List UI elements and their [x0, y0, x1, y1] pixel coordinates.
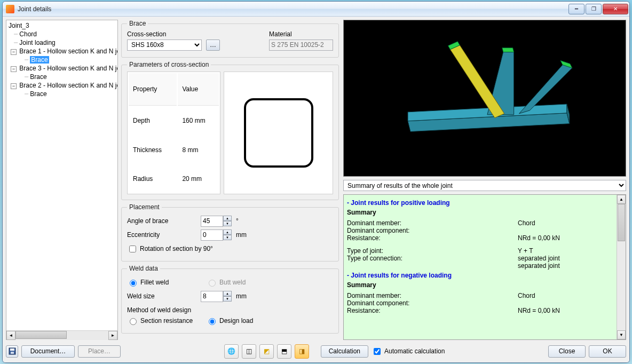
scroll-down-icon[interactable]: ▼	[617, 330, 626, 339]
ecc-label: Eccentricity	[127, 231, 196, 239]
table-row: Thickness8 mm	[129, 136, 219, 163]
view-top-button[interactable]: ⬒	[277, 344, 291, 359]
view-iso-button[interactable]: ◨	[295, 344, 309, 359]
save-button[interactable]	[6, 345, 18, 358]
auto-calc-label: Automatic calculation	[384, 347, 445, 355]
tree-node-brace3[interactable]: − Brace 3 - Hollow section K and N joint	[7, 64, 117, 73]
maximize-button[interactable]: ❐	[586, 4, 602, 14]
spin-down-icon[interactable]: ▼	[223, 296, 232, 302]
tree-panel: Joint_3 ┈ Chord ┈ Joint loading − Brace …	[6, 20, 118, 340]
property-table: PropertyValue Depth160 mm Thickness8 mm …	[127, 72, 220, 194]
summary-heading: Summary	[347, 281, 616, 289]
col-property: Property	[129, 73, 177, 106]
auto-calc-checkbox[interactable]	[374, 348, 381, 355]
rot90-label: Rotation of section by 90°	[140, 245, 213, 252]
titlebar: Joint details ━ ❐ ✕	[3, 2, 629, 17]
weld-group: Weld data Fillet weld Butt weld Weld siz…	[121, 265, 339, 334]
cross-section-edit-button[interactable]: …	[206, 39, 220, 51]
view-world-button[interactable]: 🌐	[224, 344, 239, 359]
fillet-weld-radio[interactable]	[130, 280, 137, 287]
tree-node-brace3-child[interactable]: ┈ Brace	[7, 73, 117, 81]
tree-node-brace1[interactable]: − Brace 1 - Hollow section K and N joint	[7, 47, 117, 56]
results-scope-select[interactable]: Summary of results of the whole joint	[343, 180, 626, 191]
ecc-input[interactable]	[201, 230, 223, 241]
results-heading-positive[interactable]: - Joint results for positive loading	[347, 199, 616, 207]
cross-section-select[interactable]: SHS 160x8	[127, 39, 202, 51]
window: Joint details ━ ❐ ✕ Joint_3 ┈ Chord ┈ Jo…	[2, 1, 630, 363]
document-button[interactable]: Document…	[21, 345, 75, 358]
ok-button[interactable]: OK	[589, 345, 626, 358]
scroll-left-icon[interactable]: ◄	[6, 331, 15, 340]
spin-down-icon[interactable]: ▼	[223, 221, 232, 226]
placement-group: Placement Angle of brace ▲▼ ° Eccentrici…	[121, 203, 339, 262]
shs-shape-icon	[244, 98, 313, 168]
view-side-button[interactable]: ◩	[259, 344, 274, 359]
material-label: Material	[269, 30, 333, 38]
tree-node-brace2-child[interactable]: ┈ Brace	[7, 90, 117, 98]
3d-view[interactable]	[343, 20, 626, 177]
design-load-radio[interactable]	[209, 318, 216, 325]
place-button: Place…	[78, 345, 121, 358]
window-title: Joint details	[18, 5, 567, 13]
floppy-icon	[9, 347, 16, 355]
tree-node-root[interactable]: Joint_3	[7, 21, 117, 30]
spin-up-icon[interactable]: ▲	[223, 216, 232, 221]
scroll-thumb[interactable]	[618, 204, 625, 241]
results-heading-negative[interactable]: - Joint results for negative loading	[347, 272, 616, 279]
brace-legend: Brace	[127, 20, 148, 27]
svg-marker-4	[502, 48, 514, 52]
tree-node-brace2[interactable]: − Brace 2 - Hollow section K and N joint	[7, 81, 117, 90]
form-panel: Brace Cross-section SHS 160x8 … Material	[121, 20, 340, 340]
scroll-right-icon[interactable]: ►	[108, 331, 117, 340]
table-row: Radius20 mm	[129, 165, 219, 193]
ecc-unit: mm	[236, 231, 247, 239]
spin-down-icon[interactable]: ▼	[223, 235, 232, 240]
cube-side-icon: ◩	[264, 347, 270, 355]
method-label: Method of weld design	[127, 306, 333, 314]
svg-rect-10	[10, 349, 14, 351]
cube-top-icon: ⬒	[281, 347, 287, 355]
angle-label: Angle of brace	[127, 217, 196, 225]
tree-node-brace1-child[interactable]: ┈ Brace	[7, 56, 117, 64]
rot90-checkbox[interactable]	[129, 246, 136, 252]
tree-collapse-icon[interactable]: −	[11, 83, 17, 89]
col-value: Value	[178, 73, 219, 106]
app-icon	[6, 5, 14, 13]
summary-heading: Summary	[347, 209, 616, 216]
cube-front-icon: ◫	[246, 347, 252, 355]
angle-input[interactable]	[201, 216, 223, 227]
results-scrollbar[interactable]: ▲ ▼	[617, 195, 626, 339]
tree[interactable]: Joint_3 ┈ Chord ┈ Joint loading − Brace …	[6, 20, 117, 330]
spin-up-icon[interactable]: ▲	[223, 291, 232, 296]
section-resistance-radio[interactable]	[130, 318, 137, 325]
weld-size-stepper[interactable]: ▲▼	[201, 291, 232, 302]
tree-collapse-icon[interactable]: −	[11, 66, 17, 72]
tree-collapse-icon[interactable]: −	[11, 49, 17, 55]
params-group: Parameters of cross-section PropertyValu…	[121, 61, 339, 200]
ecc-stepper[interactable]: ▲▼	[201, 230, 232, 241]
spin-up-icon[interactable]: ▲	[223, 230, 232, 235]
svg-rect-11	[11, 352, 14, 354]
brace-group: Brace Cross-section SHS 160x8 … Material	[121, 20, 339, 58]
cube-iso-icon: ◨	[299, 347, 305, 355]
angle-unit: °	[236, 217, 239, 225]
close-window-button[interactable]: ✕	[603, 4, 628, 14]
material-field	[269, 39, 333, 51]
view-front-button[interactable]: ◫	[242, 344, 256, 359]
tree-node-chord[interactable]: ┈ Chord	[7, 30, 117, 38]
calculation-button[interactable]: Calculation	[321, 345, 368, 358]
params-legend: Parameters of cross-section	[127, 61, 211, 68]
cross-section-label: Cross-section	[127, 30, 196, 38]
bottom-toolbar: Document… Place… 🌐 ◫ ◩ ⬒ ◨ Calculation A…	[6, 343, 626, 359]
minimize-button[interactable]: ━	[568, 4, 584, 14]
scroll-up-icon[interactable]: ▲	[617, 195, 626, 204]
angle-stepper[interactable]: ▲▼	[201, 216, 232, 227]
tree-node-loading[interactable]: ┈ Joint loading	[7, 38, 117, 47]
scroll-thumb[interactable]	[15, 331, 67, 339]
butt-weld-radio	[209, 280, 216, 287]
close-button[interactable]: Close	[548, 345, 586, 358]
section-preview	[224, 72, 333, 194]
weld-legend: Weld data	[127, 265, 160, 272]
weld-size-input[interactable]	[201, 291, 223, 302]
tree-horizontal-scrollbar[interactable]: ◄ ►	[6, 330, 117, 339]
